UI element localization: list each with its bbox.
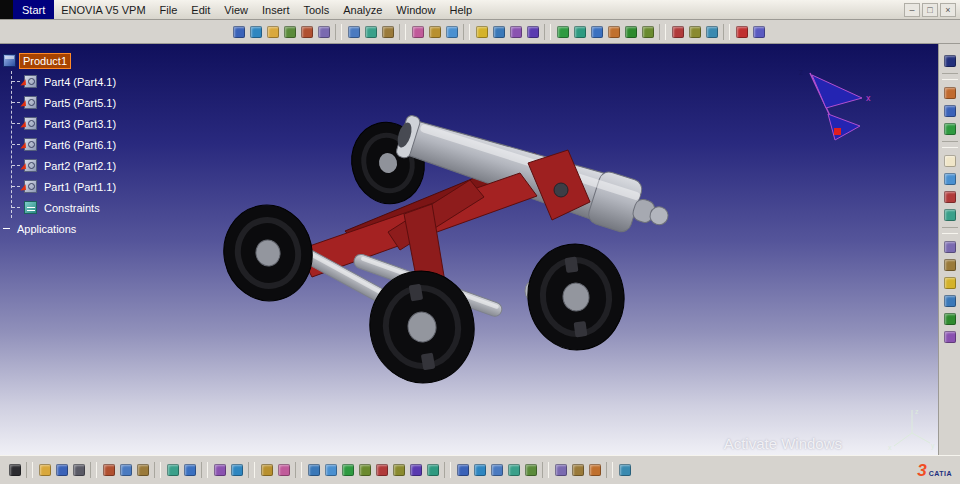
save-icon[interactable] bbox=[53, 462, 70, 479]
measure-between-icon[interactable] bbox=[524, 23, 541, 40]
quick-print-icon[interactable] bbox=[70, 462, 87, 479]
tree-node-label[interactable]: Part3 (Part3.1) bbox=[41, 117, 119, 131]
menu-tools[interactable]: Tools bbox=[296, 0, 336, 19]
wireframe-icon[interactable] bbox=[488, 462, 505, 479]
normal-view-icon[interactable] bbox=[407, 462, 424, 479]
swap-visible-space-icon[interactable] bbox=[522, 462, 539, 479]
menu-view[interactable]: View bbox=[217, 0, 255, 19]
viewport-3d[interactable]: z x z x y Product1 bbox=[0, 44, 938, 455]
tree-node-part3[interactable]: Part3 (Part3.1) bbox=[12, 113, 119, 134]
catalog-browser-icon[interactable] bbox=[426, 23, 443, 40]
render-style-icon[interactable] bbox=[941, 238, 958, 255]
angle-constraint-icon[interactable] bbox=[605, 23, 622, 40]
copy-icon[interactable] bbox=[117, 462, 134, 479]
ground-icon[interactable] bbox=[941, 310, 958, 327]
tree-node-part4[interactable]: Part4 (Part4.1) bbox=[12, 71, 119, 92]
link-manager-icon[interactable] bbox=[569, 462, 586, 479]
wheel-rear-left[interactable] bbox=[215, 197, 321, 309]
new-product-icon[interactable] bbox=[247, 23, 264, 40]
whats-this-help-icon[interactable] bbox=[616, 462, 633, 479]
zoom-in-icon[interactable] bbox=[373, 462, 390, 479]
quick-constraint-icon[interactable] bbox=[669, 23, 686, 40]
fly-mode-icon[interactable] bbox=[305, 462, 322, 479]
cut-icon[interactable] bbox=[100, 462, 117, 479]
isometric-view-icon[interactable] bbox=[424, 462, 441, 479]
reuse-pattern-icon[interactable] bbox=[750, 23, 767, 40]
viewport-canvas[interactable]: z x z x y bbox=[0, 44, 938, 455]
new-part-icon[interactable] bbox=[264, 23, 281, 40]
contact-constraint-icon[interactable] bbox=[571, 23, 588, 40]
update-all-icon[interactable] bbox=[733, 23, 750, 40]
tree-node-label[interactable]: Part2 (Part2.1) bbox=[41, 159, 119, 173]
menu-edit[interactable]: Edit bbox=[184, 0, 217, 19]
fix-together-icon[interactable] bbox=[639, 23, 656, 40]
start-menu[interactable]: Start bbox=[13, 0, 54, 19]
distance-band-analysis-icon[interactable] bbox=[507, 23, 524, 40]
redo-icon[interactable] bbox=[181, 462, 198, 479]
fit-all-in-icon[interactable] bbox=[322, 462, 339, 479]
offset-constraint-icon[interactable] bbox=[588, 23, 605, 40]
graph-list-icon[interactable] bbox=[552, 462, 569, 479]
menu-insert[interactable]: Insert bbox=[255, 0, 297, 19]
tree-node-applications[interactable]: Applications bbox=[3, 218, 119, 239]
coincidence-constraint-icon[interactable] bbox=[554, 23, 571, 40]
tree-node-part2[interactable]: Part2 (Part2.1) bbox=[12, 155, 119, 176]
shading-with-edges-icon[interactable] bbox=[471, 462, 488, 479]
tree-node-label[interactable]: Part6 (Part6.1) bbox=[41, 138, 119, 152]
close-button[interactable]: × bbox=[940, 3, 956, 17]
undo-icon[interactable] bbox=[164, 462, 181, 479]
design-table-icon[interactable] bbox=[258, 462, 275, 479]
assembly-workbench-icon[interactable] bbox=[941, 52, 958, 69]
hide-show-icon[interactable] bbox=[505, 462, 522, 479]
shading-icon[interactable] bbox=[454, 462, 471, 479]
paste-icon[interactable] bbox=[134, 462, 151, 479]
constraints-tools-icon[interactable] bbox=[941, 120, 958, 137]
magnifier-icon[interactable] bbox=[941, 328, 958, 345]
tree-node-constraints[interactable]: Constraints bbox=[12, 197, 119, 218]
pan-icon[interactable] bbox=[339, 462, 356, 479]
menu-file[interactable]: File bbox=[153, 0, 185, 19]
snap-tool-icon[interactable] bbox=[941, 170, 958, 187]
zoom-out-icon[interactable] bbox=[390, 462, 407, 479]
tree-node-label[interactable]: Part4 (Part4.1) bbox=[41, 75, 119, 89]
wheel-front-left[interactable] bbox=[361, 263, 483, 391]
search-icon[interactable] bbox=[228, 462, 245, 479]
view-compass[interactable]: z x bbox=[799, 67, 871, 140]
menu-window[interactable]: Window bbox=[389, 0, 442, 19]
tree-node-part1[interactable]: Part1 (Part1.1) bbox=[12, 176, 119, 197]
product-structure-tools-icon[interactable] bbox=[941, 102, 958, 119]
tree-node-label[interactable]: Applications bbox=[14, 222, 79, 236]
tree-node-label[interactable]: Part1 (Part1.1) bbox=[41, 180, 119, 194]
tree-node-part5[interactable]: Part5 (Part5.1) bbox=[12, 92, 119, 113]
system-menu-icon[interactable] bbox=[0, 0, 13, 19]
sketcher-icon[interactable] bbox=[941, 84, 958, 101]
restore-button[interactable]: □ bbox=[922, 3, 938, 17]
flexible-rigid-subassembly-icon[interactable] bbox=[686, 23, 703, 40]
replace-component-icon[interactable] bbox=[298, 23, 315, 40]
text-annotation-icon[interactable] bbox=[941, 188, 958, 205]
knowledge-formula-icon[interactable] bbox=[211, 462, 228, 479]
select-icon[interactable] bbox=[6, 462, 23, 479]
pen-annotation-icon[interactable] bbox=[275, 462, 292, 479]
existing-component-icon[interactable] bbox=[281, 23, 298, 40]
select-tool-icon[interactable] bbox=[941, 152, 958, 169]
depth-effect-icon[interactable] bbox=[941, 292, 958, 309]
open-icon[interactable] bbox=[36, 462, 53, 479]
menu-enovia[interactable]: ENOVIA V5 VPM bbox=[54, 0, 152, 19]
stored-views-icon[interactable] bbox=[941, 206, 958, 223]
menu-analyze[interactable]: Analyze bbox=[336, 0, 389, 19]
tree-node-label[interactable]: Product1 bbox=[20, 54, 70, 68]
minimize-button[interactable]: – bbox=[904, 3, 920, 17]
tree-node-label[interactable]: Part5 (Part5.1) bbox=[41, 96, 119, 110]
selective-load-icon[interactable] bbox=[362, 23, 379, 40]
new-component-icon[interactable] bbox=[230, 23, 247, 40]
datum-icon[interactable] bbox=[586, 462, 603, 479]
camera-icon[interactable] bbox=[941, 256, 958, 273]
change-constraint-icon[interactable] bbox=[703, 23, 720, 40]
sectioning-icon[interactable] bbox=[490, 23, 507, 40]
generate-numbering-icon[interactable] bbox=[345, 23, 362, 40]
tree-node-product1[interactable]: Product1 bbox=[3, 50, 119, 71]
tree-node-part6[interactable]: Part6 (Part6.1) bbox=[12, 134, 119, 155]
manage-representations-icon[interactable] bbox=[379, 23, 396, 40]
fast-multi-instantiation-icon[interactable] bbox=[409, 23, 426, 40]
